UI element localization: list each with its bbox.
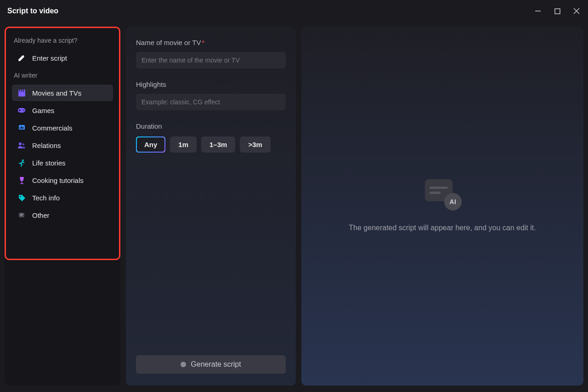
form-panel: Name of movie or TV* Highlights Duration… [126,27,296,386]
sidebar-item-label: Other [32,211,50,219]
sidebar-item-other[interactable]: Other [12,207,113,223]
loading-dot-icon [181,362,186,367]
lines-icon [17,211,26,219]
gamepad-icon [17,106,26,114]
sidebar-section-script: Already have a script? [8,35,117,49]
sidebar-item-label: Life stories [32,159,66,167]
clapperboard-icon [17,89,26,97]
sidebar-item-label: Enter script [32,54,67,62]
tag-icon [17,193,26,202]
minimize-button[interactable] [534,7,542,15]
running-icon [17,159,26,167]
svg-point-20 [20,196,21,197]
required-asterisk: * [202,39,204,46]
svg-point-10 [23,110,24,111]
svg-rect-14 [23,127,23,129]
svg-point-17 [22,159,24,161]
duration-1-3m[interactable]: 1–3m [201,136,235,153]
svg-point-16 [23,143,24,145]
sidebar-item-cooking[interactable]: Cooking tutorials [12,172,113,188]
sidebar-item-label: Tech info [32,194,60,202]
highlights-input[interactable] [136,94,286,110]
duration-any[interactable]: Any [136,136,165,153]
svg-rect-4 [18,91,25,97]
sidebar-item-label: Games [32,107,54,114]
duration-1m[interactable]: 1m [170,136,197,153]
generate-script-button[interactable]: Generate script [136,355,286,374]
duration-label: Duration [136,122,286,130]
sidebar-item-life-stories[interactable]: Life stories [12,154,113,171]
duration-options: Any 1m 1–3m >3m [136,136,286,153]
sidebar-item-label: Movies and TVs [32,89,81,97]
presentation-icon [17,124,26,132]
main-body: Already have a script? Enter script AI w… [0,22,588,392]
svg-rect-1 [555,9,560,14]
preview-placeholder-text: The generated script will appear here, a… [349,222,536,233]
svg-point-9 [23,109,23,110]
duration-3m[interactable]: >3m [240,136,270,153]
app-title: Script to video [7,7,58,15]
generate-button-label: Generate script [191,360,241,369]
name-input[interactable] [136,52,286,68]
maximize-button[interactable] [553,7,561,15]
svg-point-15 [19,142,22,145]
preview-panel: AI The generated script will appear here… [301,27,583,386]
svg-rect-21 [19,213,24,217]
svg-rect-13 [21,126,22,129]
sidebar-item-movies[interactable]: Movies and TVs [12,85,113,101]
sidebar-section-ai: AI writer [8,70,117,84]
close-button[interactable] [572,7,581,15]
highlights-label: Highlights [136,80,286,88]
sidebar-item-label: Relations [32,142,61,149]
ai-badge-icon: AI [444,193,462,210]
sidebar-item-commercials[interactable]: Commercials [12,119,113,136]
sidebar-item-label: Commercials [32,124,73,132]
sidebar: Already have a script? Enter script AI w… [5,27,120,386]
sidebar-item-games[interactable]: Games [12,102,113,119]
pencil-icon [17,54,26,62]
people-icon [17,141,26,149]
window-controls [534,7,581,15]
sidebar-item-label: Cooking tutorials [32,176,84,184]
titlebar: Script to video [0,0,588,22]
sidebar-item-tech[interactable]: Tech info [12,189,113,206]
sidebar-item-relations[interactable]: Relations [12,137,113,153]
preview-placeholder-icon: AI [425,179,460,209]
svg-rect-12 [20,127,21,129]
wine-glass-icon [17,176,26,184]
name-label: Name of movie or TV* [136,39,286,46]
sidebar-item-enter-script[interactable]: Enter script [12,50,113,66]
